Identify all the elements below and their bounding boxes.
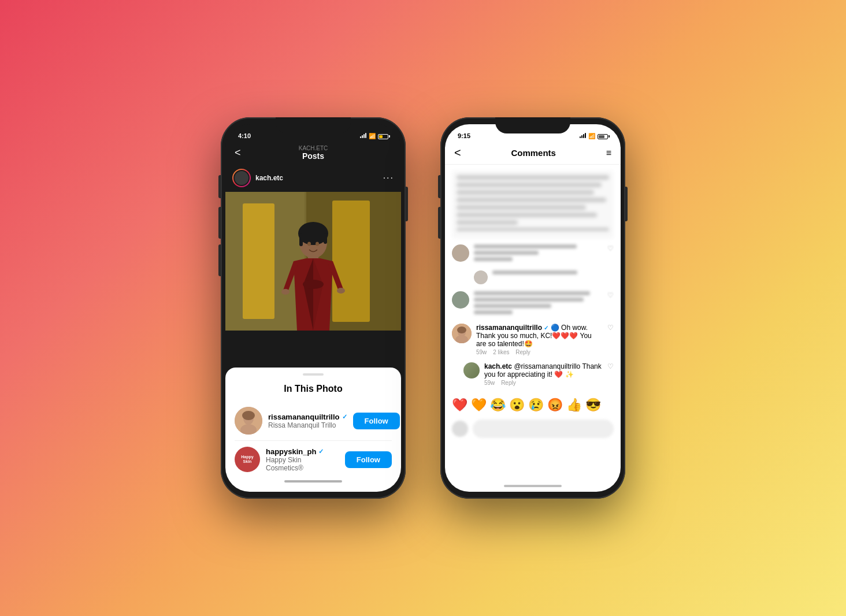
comment-content-blurred-3 xyxy=(474,291,603,317)
person-row-2: HappySkin happyskin_ph ✓ Happy Skin Cosm… xyxy=(235,443,392,476)
comment-blurred-2 xyxy=(474,270,614,284)
emoji-wow[interactable]: 😮 xyxy=(509,398,525,413)
person-username-rissa: rissamananquiltrillo ✓ xyxy=(268,413,347,421)
comments-body: ♡ ♡ xyxy=(445,165,621,474)
status-icons-1: 📶 xyxy=(360,132,388,139)
back-button-2[interactable]: < xyxy=(454,146,461,159)
volume-down-button[interactable] xyxy=(218,207,221,239)
post-username-1[interactable]: kach.etc xyxy=(255,174,379,182)
avatar-inner-1 xyxy=(233,170,250,186)
emoji-thumbs[interactable]: 👍 xyxy=(566,398,582,413)
person-display-happyskin: Happy Skin Cosmetics® xyxy=(266,456,339,472)
comment-avatar-rissa[interactable] xyxy=(452,324,472,343)
person-display-rissa: Rissa Mananquil Trillo xyxy=(268,421,347,429)
like-button-kach[interactable]: ♡ xyxy=(607,362,614,370)
comments-header: < Comments ≡ xyxy=(445,142,621,165)
comment-username-kach: kach.etc @rissamananquiltrillo Thank you… xyxy=(484,362,603,378)
sheet-title: In This Photo xyxy=(235,384,392,394)
like-button-blurred-1[interactable]: ♡ xyxy=(607,244,614,253)
avatar-svg-rissa xyxy=(235,407,262,435)
back-button-1[interactable]: < xyxy=(235,147,241,159)
emoji-orange-heart[interactable]: 🧡 xyxy=(471,398,487,413)
nav-title-main-1: Posts xyxy=(299,151,328,161)
comment-username-rissa: rissamananquiltrillo ✓ 🔵 Oh wow. Thank y… xyxy=(476,324,603,348)
home-indicator-2 xyxy=(504,485,562,487)
wifi-icon-2: 📶 xyxy=(588,133,595,139)
illustration-1 xyxy=(225,192,401,331)
battery-icon-1 xyxy=(378,132,388,139)
emoji-angry[interactable]: 😡 xyxy=(547,398,563,413)
status-bar-2: 9:15 📶 xyxy=(445,124,621,142)
silent-switch[interactable] xyxy=(218,244,221,276)
person-avatar-happyskin[interactable]: HappySkin xyxy=(235,447,260,472)
svg-point-12 xyxy=(281,289,290,295)
nav-title-top-1: KACH.ETC xyxy=(299,145,328,151)
emoji-row: ❤️ 🧡 😂 😮 😢 😡 👍 😎 xyxy=(452,393,614,417)
comment-content-rissa: rissamananquiltrillo ✓ 🔵 Oh wow. Thank y… xyxy=(476,324,603,355)
caption-blur xyxy=(452,170,614,239)
svg-point-11 xyxy=(303,280,324,289)
volume-up-button[interactable] xyxy=(218,175,221,198)
post-avatar-1[interactable] xyxy=(232,169,251,187)
person-avatar-rissa[interactable] xyxy=(235,407,262,435)
svg-rect-7 xyxy=(299,233,303,246)
phone2-vol-up[interactable] xyxy=(438,175,440,198)
svg-point-9 xyxy=(307,242,311,246)
comment-avatar-kach[interactable] xyxy=(463,362,480,378)
divider-1 xyxy=(235,440,392,441)
reply-button-rissa[interactable]: Reply xyxy=(515,349,530,355)
commenter-avatar xyxy=(452,421,468,437)
avatar-svg-rissa-2 xyxy=(452,324,472,343)
signal-icon-1 xyxy=(360,132,366,139)
avatar-face-rissa xyxy=(235,407,262,435)
post-image-1 xyxy=(225,192,401,331)
status-time-2: 9:15 xyxy=(458,132,470,139)
emoji-lol[interactable]: 😂 xyxy=(490,398,506,413)
verified-rissa-comment: ✓ xyxy=(544,325,548,331)
reply-button-kach[interactable]: Reply xyxy=(501,380,516,386)
like-button-rissa[interactable]: ♡ xyxy=(607,324,614,332)
comment-content-blurred-1 xyxy=(474,244,603,264)
phone-2: 9:15 📶 < Comments ≡ xyxy=(440,117,625,499)
verified-badge-rissa: ✓ xyxy=(342,413,347,421)
like-button-blurred-3[interactable]: ♡ xyxy=(607,291,614,299)
svg-rect-3 xyxy=(332,201,370,322)
comment-blurred-3: ♡ xyxy=(452,291,614,317)
follow-button-happyskin[interactable]: Follow xyxy=(345,451,392,468)
post-more-button-1[interactable]: ··· xyxy=(383,173,394,183)
bottom-sheet-1: In This Photo rissamananqui xyxy=(225,368,401,492)
phone2-vol-down[interactable] xyxy=(438,207,440,239)
comment-kach: kach.etc @rissamananquiltrillo Thank you… xyxy=(463,362,614,386)
signal-icon-2 xyxy=(580,132,586,139)
battery-icon-2 xyxy=(598,132,608,139)
emoji-cool[interactable]: 😎 xyxy=(585,398,601,413)
filter-icon[interactable]: ≡ xyxy=(606,148,611,158)
comment-input[interactable] xyxy=(473,420,614,438)
comment-avatar-blurred-2 xyxy=(474,270,488,284)
follow-button-rissa[interactable]: Follow xyxy=(353,413,400,429)
nav-bar-1: < KACH.ETC Posts xyxy=(225,142,401,164)
person-info-rissa: rissamananquiltrillo ✓ Rissa Mananquil T… xyxy=(268,413,347,429)
svg-point-16 xyxy=(242,411,255,420)
comment-meta-rissa: 59w 2 likes Reply xyxy=(476,349,603,355)
status-bar-1: 4:10 📶 xyxy=(225,124,401,142)
emoji-heart[interactable]: ❤️ xyxy=(452,398,467,413)
person-row-1: rissamananquiltrillo ✓ Rissa Mananquil T… xyxy=(235,403,392,438)
comments-title: Comments xyxy=(511,148,556,158)
svg-point-20 xyxy=(457,326,466,333)
person-info-happyskin: happyskin_ph ✓ Happy Skin Cosmetics® xyxy=(266,447,339,472)
comment-avatar-blurred-3 xyxy=(452,291,469,309)
phone-2-screen: 9:15 📶 < Comments ≡ xyxy=(445,124,621,492)
emoji-sad[interactable]: 😢 xyxy=(528,398,544,413)
home-indicator-1 xyxy=(284,480,342,483)
status-icons-2: 📶 xyxy=(580,132,608,139)
svg-rect-8 xyxy=(324,233,327,244)
figure-svg xyxy=(225,192,401,331)
comment-blurred-1: ♡ xyxy=(452,244,614,264)
comment-avatar-blurred-1 xyxy=(452,244,469,262)
status-time-1: 4:10 xyxy=(238,132,251,139)
comment-meta-kach: 59w Reply xyxy=(484,380,603,386)
wifi-icon-1: 📶 xyxy=(369,133,376,139)
happyskin-logo-text: HappySkin xyxy=(241,455,253,463)
verified-badge-happyskin: ✓ xyxy=(318,448,324,455)
